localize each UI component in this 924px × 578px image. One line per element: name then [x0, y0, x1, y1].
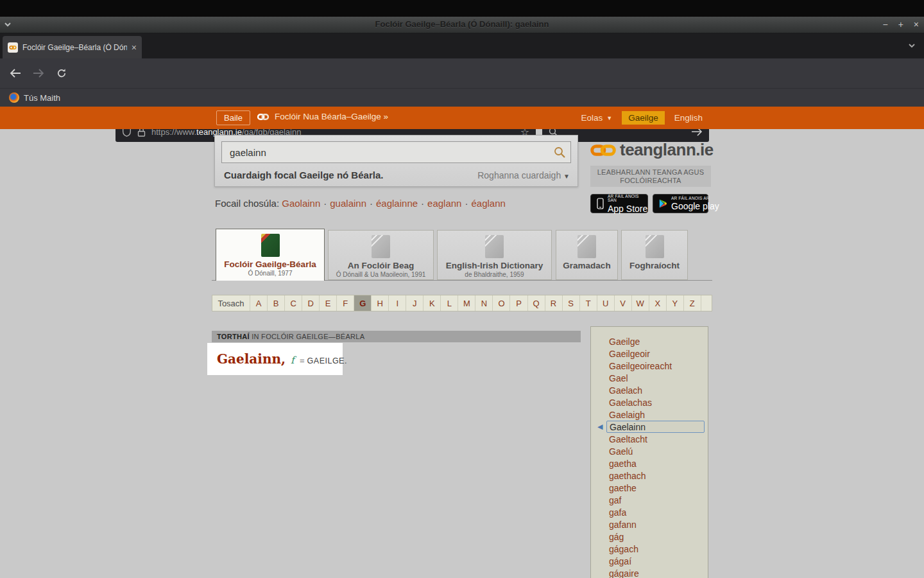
book-icon [485, 235, 504, 258]
sidebar-row: gágach [591, 543, 708, 555]
alpha-letter-N[interactable]: N [475, 295, 493, 311]
search-options-toggle[interactable]: Roghanna cuardaigh ▼ [477, 170, 570, 180]
alpha-letter-A[interactable]: A [250, 295, 268, 311]
book-icon [578, 235, 596, 258]
sidebar-word-link[interactable]: Gael [609, 373, 628, 383]
alpha-letter-T[interactable]: T [580, 295, 597, 311]
info-menu[interactable]: Eolas ▼ [581, 113, 612, 123]
dictionary-search-input[interactable] [221, 141, 571, 163]
alpha-letter-Q[interactable]: Q [528, 295, 545, 311]
sidebar-word-link[interactable]: gafa [609, 507, 626, 518]
alpha-letter-M[interactable]: M [458, 295, 475, 311]
site-logo-text: teanglann.ie [620, 140, 714, 160]
alpha-letter-J[interactable]: J [406, 295, 424, 311]
alpha-letter-L[interactable]: L [441, 295, 458, 311]
tab-bar: Foclóir Gaeilge–Béarla (Ó Dón × [0, 33, 924, 58]
window-titlebar[interactable]: Foclóir Gaeilge–Béarla (Ó Dónaill): gael… [0, 17, 924, 33]
alpha-tosach[interactable]: Tosach [212, 295, 250, 311]
sidebar-word-link[interactable]: gágaire [609, 568, 639, 578]
other-dictionary-link[interactable]: Foclóir Nua Béarla–Gaeilge » [257, 112, 388, 121]
sidebar-word-link[interactable]: Gaelach [609, 385, 642, 396]
sidebar-row: Gaelachas [591, 396, 708, 408]
sidebar-word-link[interactable]: Gaeilge [609, 337, 640, 347]
google-play-big-text: Google play [671, 202, 719, 211]
sidebar-row: gaf [591, 494, 708, 506]
lang-gaeilge-button[interactable]: Gaeilge [622, 111, 665, 125]
bookmark-item[interactable]: Tús Maith [24, 93, 60, 103]
alpha-letter-Y[interactable]: Y [667, 295, 684, 311]
alpha-letter-B[interactable]: B [268, 295, 285, 311]
dictionary-search-panel: Cuardaigh focal Gaeilge nó Béarla. Rogha… [214, 135, 578, 187]
alpha-letter-D[interactable]: D [302, 295, 320, 311]
sidebar-word-link[interactable]: Gaelaigh [609, 410, 645, 420]
forward-button[interactable] [30, 64, 47, 82]
similar-word-link[interactable]: gualainn [330, 198, 366, 209]
dict-tab-fgb[interactable]: Foclóir Gaeilge-BéarlaÓ Dónaill, 1977 [216, 229, 325, 281]
similar-word-link[interactable]: éaglainne [376, 198, 418, 209]
sidebar-word-link[interactable]: Gaeltacht [609, 434, 647, 444]
dict-tab-foghraíocht[interactable]: Foghraíocht [621, 230, 688, 280]
alpha-letter-F[interactable]: F [337, 295, 354, 311]
home-button[interactable]: Baile [216, 110, 250, 125]
sidebar-word-link[interactable]: gágaí [609, 556, 631, 566]
alpha-letter-K[interactable]: K [424, 295, 441, 311]
alpha-letter-G[interactable]: G [354, 295, 372, 311]
dict-tab-subtitle: Ó Dónaill, 1977 [216, 270, 324, 277]
alpha-letter-C[interactable]: C [285, 295, 302, 311]
alpha-letter-U[interactable]: U [597, 295, 615, 311]
entry-definition[interactable]: GAEILGE. [307, 356, 347, 365]
sidebar-row: Gaeilge [591, 335, 708, 347]
alpha-letter-O[interactable]: O [493, 295, 510, 311]
alpha-letter-Z[interactable]: Z [684, 295, 701, 311]
app-store-big-text: App Store [608, 204, 647, 213]
sidebar-word-link[interactable]: gaethe [609, 483, 637, 493]
back-button[interactable] [6, 64, 24, 82]
sidebar-word-link[interactable]: Gaelú [609, 446, 633, 457]
similar-word-link[interactable]: eaglann [427, 198, 461, 209]
tab-favicon-icon [8, 42, 18, 53]
tab-list-chevron-icon[interactable] [907, 41, 916, 50]
sidebar-word-link[interactable]: gaethach [609, 471, 646, 481]
sidebar-word-link[interactable]: Gaeilgeoireacht [609, 361, 672, 371]
sidebar-word-link[interactable]: Gaelachas [609, 398, 652, 408]
book-icon [261, 234, 280, 257]
sidebar-word-link[interactable]: gágach [609, 544, 638, 554]
sidebar-word-link[interactable]: Gaeilgeoir [609, 349, 650, 359]
sidebar-word-link[interactable]: gafann [609, 520, 637, 530]
tab-close-icon[interactable]: × [132, 42, 137, 53]
alpha-letter-V[interactable]: V [615, 295, 632, 311]
google-play-badge[interactable]: AR FÁIL ANOIS AR Google play [653, 194, 708, 213]
sidebar-word-selected[interactable]: Gaelainn [606, 421, 705, 433]
sidebar-word-link[interactable]: gaetha [609, 459, 637, 469]
dropdown-triangle-icon: ▼ [606, 115, 612, 121]
site-tagline: LEABHARLANN TEANGA AGUS FOCLÓIREACHTA [590, 166, 711, 187]
similar-word-link[interactable]: Gaolainn [282, 198, 320, 209]
app-store-badge[interactable]: AR FÁIL ANOIS SAN App Store [590, 194, 648, 213]
alpha-letter-S[interactable]: S [563, 295, 580, 311]
alpha-letter-I[interactable]: I [389, 295, 406, 311]
alphabet-nav: TosachABCDEFGHIJKLMNOPQRSTUVWXYZ [212, 295, 712, 311]
alpha-letter-W[interactable]: W [632, 295, 649, 311]
alpha-letter-X[interactable]: X [649, 295, 667, 311]
reload-button[interactable] [53, 64, 71, 82]
dict-tab-gramadach[interactable]: Gramadach [556, 230, 618, 280]
dict-tab-subtitle: Ó Dónaill & Ua Maoileoin, 1991 [329, 271, 433, 278]
lang-english-button[interactable]: English [674, 113, 703, 123]
dictionary-search-icon[interactable] [554, 146, 566, 159]
alpha-letter-P[interactable]: P [510, 295, 527, 311]
dict-tab-foclóir-beag[interactable]: An Foclóir BeagÓ Dónaill & Ua Maoileoin,… [328, 230, 434, 280]
close-button[interactable]: × [914, 19, 919, 30]
maximize-button[interactable]: + [898, 19, 903, 30]
alpha-letter-H[interactable]: H [372, 295, 389, 311]
sidebar-word-link[interactable]: gaf [609, 495, 621, 505]
site-logo[interactable]: teanglann.ie [590, 140, 714, 160]
sidebar-word-link[interactable]: gág [609, 532, 624, 542]
minimize-button[interactable]: − [882, 19, 887, 30]
dict-tab-title: Foclóir Gaeilge-Béarla [216, 259, 324, 269]
similar-word-link[interactable]: éaglann [471, 198, 505, 209]
alpha-letter-E[interactable]: E [320, 295, 337, 311]
similar-words-line: Focail chosúla: Gaolainn·gualainn·éaglai… [215, 198, 506, 209]
dict-tab-eid[interactable]: English-Irish Dictionaryde Bhaldraithe, … [437, 230, 552, 280]
browser-tab[interactable]: Foclóir Gaeilge–Béarla (Ó Dón × [3, 36, 142, 58]
alpha-letter-R[interactable]: R [545, 295, 563, 311]
